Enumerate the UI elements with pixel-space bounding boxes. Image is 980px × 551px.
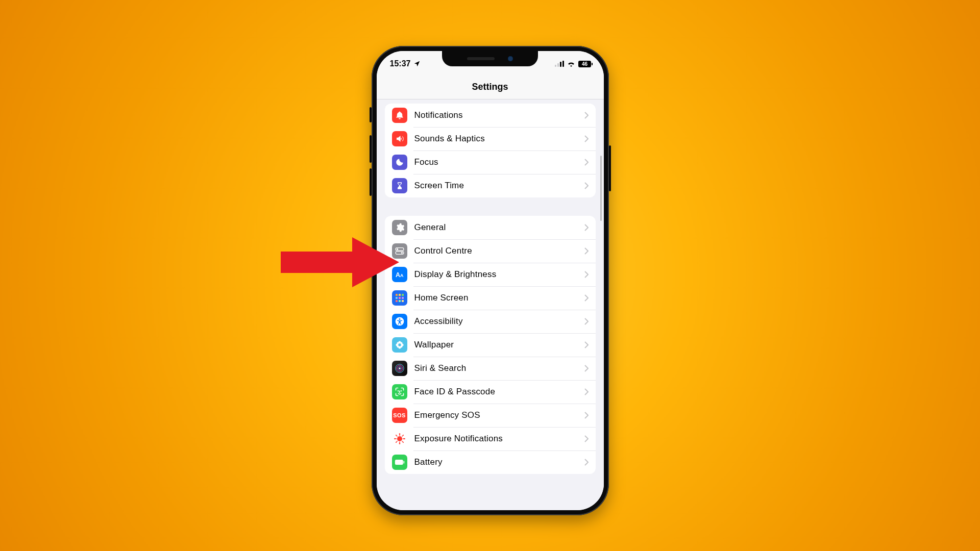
row-control-centre[interactable]: Control Centre <box>385 239 596 263</box>
row-label: Sounds & Haptics <box>414 134 584 144</box>
power-button <box>609 145 611 191</box>
row-emergency-sos[interactable]: SOS Emergency SOS <box>385 404 596 427</box>
row-siri-search[interactable]: Siri & Search <box>385 357 596 380</box>
svg-rect-4 <box>562 61 564 67</box>
row-label: Focus <box>414 157 584 167</box>
chevron-right-icon <box>584 271 589 278</box>
svg-text:A: A <box>400 273 403 278</box>
nav-bar: Settings <box>377 74 604 99</box>
chevron-right-icon <box>584 318 589 325</box>
row-general[interactable]: General <box>385 216 596 239</box>
sos-icon: SOS <box>392 408 407 423</box>
svg-point-23 <box>399 318 400 320</box>
svg-rect-14 <box>399 294 401 296</box>
svg-point-48 <box>399 433 400 435</box>
svg-point-32 <box>398 344 400 346</box>
svg-rect-18 <box>402 297 404 299</box>
settings-content: Notifications Sounds & Haptics <box>377 99 604 510</box>
svg-rect-16 <box>396 297 398 299</box>
chevron-right-icon <box>584 388 589 395</box>
svg-rect-1 <box>555 65 556 67</box>
row-wallpaper[interactable]: Wallpaper <box>385 333 596 357</box>
row-focus[interactable]: Focus <box>385 151 596 174</box>
gear-icon <box>392 220 407 235</box>
svg-rect-3 <box>560 62 561 67</box>
svg-point-31 <box>400 345 402 347</box>
row-face-id-passcode[interactable]: Face ID & Passcode <box>385 380 596 404</box>
faceid-icon <box>392 384 407 399</box>
row-home-screen[interactable]: Home Screen <box>385 286 596 310</box>
svg-point-52 <box>395 435 396 436</box>
battery-icon: 46 <box>578 61 593 67</box>
row-label: Display & Brightness <box>414 269 584 280</box>
chevron-right-icon <box>584 341 589 348</box>
page-title: Settings <box>472 82 508 92</box>
speaker-icon <box>392 131 407 146</box>
svg-rect-19 <box>396 300 398 302</box>
phone-screen: 15:37 <box>377 51 604 510</box>
svg-rect-2 <box>557 63 559 67</box>
chevron-right-icon <box>584 112 589 119</box>
row-screen-time[interactable]: Screen Time <box>385 174 596 197</box>
svg-line-46 <box>402 436 403 437</box>
row-label: Face ID & Passcode <box>414 387 584 397</box>
svg-point-51 <box>404 438 405 440</box>
svg-rect-20 <box>399 300 401 302</box>
chevron-right-icon <box>584 224 589 231</box>
chevron-right-icon <box>584 435 589 442</box>
battery-row-icon <box>392 455 407 470</box>
row-label: Siri & Search <box>414 363 584 373</box>
svg-point-54 <box>402 435 403 436</box>
svg-point-10 <box>401 252 402 254</box>
svg-point-8 <box>397 248 398 250</box>
speaker-grille <box>467 57 495 60</box>
row-label: Emergency SOS <box>414 410 584 420</box>
front-camera <box>508 56 513 61</box>
mute-switch <box>370 107 372 122</box>
row-label: Screen Time <box>414 181 584 191</box>
settings-scroll[interactable]: Notifications Sounds & Haptics <box>377 99 604 510</box>
volume-up-button <box>370 135 372 163</box>
hourglass-icon <box>392 178 407 193</box>
svg-point-55 <box>395 442 396 443</box>
letterbox: 15:37 <box>118 66 862 485</box>
row-notifications[interactable]: Notifications <box>385 104 596 127</box>
row-sounds-haptics[interactable]: Sounds & Haptics <box>385 127 596 151</box>
row-label: Battery <box>414 457 584 467</box>
svg-rect-15 <box>402 294 404 296</box>
row-label: Control Centre <box>414 246 584 256</box>
bell-icon <box>392 108 407 123</box>
battery-percentage: 46 <box>581 61 587 67</box>
phone-notch <box>442 51 538 66</box>
svg-line-44 <box>396 436 397 437</box>
svg-rect-56 <box>395 460 403 465</box>
svg-point-30 <box>397 345 399 347</box>
svg-point-29 <box>400 342 402 344</box>
location-icon <box>413 60 421 67</box>
svg-rect-57 <box>403 461 404 464</box>
chevron-right-icon <box>584 247 589 255</box>
chevron-right-icon <box>584 365 589 372</box>
status-time: 15:37 <box>390 59 411 68</box>
svg-line-47 <box>396 441 397 442</box>
svg-point-50 <box>394 438 396 440</box>
flower-icon <box>392 337 407 353</box>
row-battery[interactable]: Battery <box>385 450 596 474</box>
row-label: General <box>414 222 584 233</box>
svg-text:A: A <box>396 271 400 279</box>
text-size-icon: AA <box>392 267 407 282</box>
row-label: Home Screen <box>414 293 584 303</box>
chevron-right-icon <box>584 294 589 302</box>
wifi-icon <box>567 61 575 67</box>
row-label: Notifications <box>414 110 584 120</box>
row-label: Accessibility <box>414 316 584 327</box>
svg-point-49 <box>399 443 400 444</box>
row-exposure-notifications[interactable]: Exposure Notifications <box>385 427 596 450</box>
svg-point-39 <box>397 436 402 441</box>
toggles-icon <box>392 243 407 259</box>
phone-frame: 15:37 <box>372 46 609 515</box>
chevron-right-icon <box>584 135 589 142</box>
row-display-brightness[interactable]: AA Display & Brightness <box>385 263 596 286</box>
svg-rect-13 <box>396 294 398 296</box>
row-accessibility[interactable]: Accessibility <box>385 310 596 333</box>
